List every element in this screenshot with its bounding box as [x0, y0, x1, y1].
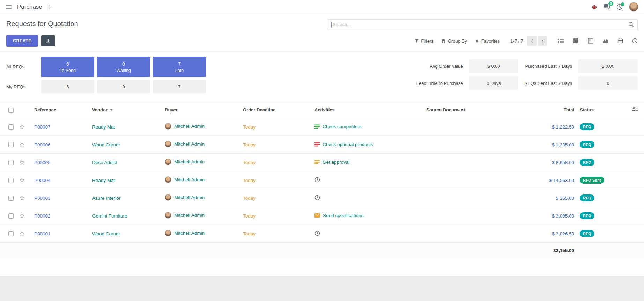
table-row[interactable]: P00006 Wood Corner Mitchell Admin Today … [0, 136, 644, 154]
reference-link[interactable]: P00006 [34, 142, 51, 147]
vendor-link[interactable]: Gemini Furniture [92, 213, 127, 219]
vendor-link[interactable]: Wood Corner [92, 142, 120, 147]
reference-link[interactable]: P00005 [34, 160, 51, 165]
row-checkbox[interactable] [8, 178, 14, 183]
filters-button[interactable]: Filters [415, 38, 433, 44]
search-bar[interactable] [328, 19, 638, 30]
vendor-link[interactable]: Deco Addict [92, 160, 117, 165]
table-row[interactable]: P00004 Ready Mat Mitchell Admin Today $ … [0, 171, 644, 189]
create-button[interactable]: CREATE [6, 35, 38, 47]
header-source-document[interactable]: Source Document [423, 102, 502, 118]
graph-view-icon[interactable] [602, 38, 608, 44]
activity-icon[interactable] [314, 177, 320, 183]
group-by-button[interactable]: Group By [441, 38, 467, 44]
activity-cell[interactable] [314, 230, 323, 236]
activity-cell[interactable]: Get approval [314, 160, 349, 165]
reference-link[interactable]: P00003 [34, 196, 51, 201]
search-input[interactable] [333, 22, 628, 27]
kanban-view-icon[interactable] [573, 38, 579, 44]
table-row[interactable]: P00005 Deco Addict Mitchell Admin Today … [0, 154, 644, 171]
app-name[interactable]: Purchase [17, 3, 42, 10]
header-buyer[interactable]: Buyer [162, 102, 240, 118]
favorite-star-icon[interactable] [19, 230, 25, 237]
activity-icon[interactable] [314, 195, 320, 200]
activity-label[interactable]: Check competitors [323, 124, 362, 129]
activity-cell[interactable] [314, 195, 323, 200]
favorite-star-icon[interactable] [19, 177, 25, 183]
select-all-checkbox[interactable] [8, 108, 14, 113]
buyer-cell[interactable]: Mitchell Admin [165, 176, 205, 183]
activity-view-icon[interactable] [632, 38, 638, 44]
reference-link[interactable]: P00002 [34, 213, 51, 219]
row-checkbox[interactable] [8, 124, 14, 130]
pager-next-button[interactable] [538, 36, 547, 46]
favorite-star-icon[interactable] [19, 195, 25, 201]
favorite-star-icon[interactable] [19, 141, 25, 148]
pager-previous-button[interactable] [527, 36, 537, 46]
buyer-cell[interactable]: Mitchell Admin [165, 194, 205, 201]
activity-label[interactable]: Get approval [323, 160, 349, 165]
activity-cell[interactable] [314, 177, 323, 183]
pivot-view-icon[interactable] [588, 38, 593, 44]
export-download-button[interactable] [41, 35, 55, 46]
reference-link[interactable]: P00001 [34, 231, 51, 236]
favorite-star-icon[interactable] [19, 159, 25, 166]
my-late-value[interactable]: 7 [153, 80, 206, 93]
late-card[interactable]: 7 Late [153, 57, 206, 77]
user-avatar[interactable] [629, 2, 638, 12]
row-checkbox[interactable] [8, 160, 14, 165]
apps-menu-icon[interactable] [6, 5, 12, 9]
vendor-link[interactable]: Ready Mat [92, 178, 115, 183]
navbar-plus-icon[interactable]: + [48, 3, 52, 10]
activity-icon[interactable] [314, 142, 320, 147]
activity-icon[interactable] [314, 160, 320, 164]
row-checkbox[interactable] [8, 142, 14, 147]
calendar-view-icon[interactable] [617, 38, 623, 44]
table-row[interactable]: P00002 Gemini Furniture Mitchell Admin T… [0, 207, 644, 225]
my-to-send-value[interactable]: 6 [41, 80, 94, 93]
table-row[interactable]: P00003 Azure Interior Mitchell Admin Tod… [0, 189, 644, 207]
favorite-star-icon[interactable] [19, 213, 25, 219]
buyer-cell[interactable]: Mitchell Admin [165, 212, 205, 219]
activity-label[interactable]: Check optional products [323, 142, 373, 147]
activity-icon[interactable] [314, 124, 320, 129]
messages-icon[interactable]: 5 [604, 4, 610, 10]
row-checkbox[interactable] [8, 213, 14, 219]
activity-cell[interactable]: Send specifications [314, 213, 363, 218]
activities-icon[interactable] [616, 4, 623, 10]
row-checkbox[interactable] [8, 196, 14, 201]
vendor-link[interactable]: Wood Corner [92, 231, 120, 236]
vendor-link[interactable]: Ready Mat [92, 124, 115, 130]
buyer-cell[interactable]: Mitchell Admin [165, 159, 205, 165]
reference-link[interactable]: P00004 [34, 178, 51, 183]
header-total[interactable]: Total [502, 102, 577, 118]
activity-icon[interactable] [314, 213, 320, 218]
header-reference[interactable]: Reference [31, 102, 89, 118]
header-vendor[interactable]: Vendor [89, 102, 162, 118]
favorites-button[interactable]: Favorites [475, 38, 500, 44]
buyer-cell[interactable]: Mitchell Admin [165, 230, 205, 236]
favorite-star-icon[interactable] [19, 124, 25, 130]
header-status[interactable]: Status [577, 102, 622, 118]
table-row[interactable]: P00001 Wood Corner Mitchell Admin Today … [0, 225, 644, 243]
waiting-card[interactable]: 0 Waiting [97, 57, 150, 77]
activity-label[interactable]: Send specifications [323, 213, 363, 218]
vendor-link[interactable]: Azure Interior [92, 196, 120, 201]
table-row[interactable]: P00007 Ready Mat Mitchell Admin Today Ch… [0, 118, 644, 136]
total-amount: $ 255.00 [556, 196, 574, 201]
optional-columns-icon[interactable] [632, 107, 638, 112]
reference-link[interactable]: P00007 [34, 124, 51, 130]
search-icon[interactable] [628, 22, 634, 28]
header-order-deadline[interactable]: Order Deadline [240, 102, 312, 118]
buyer-cell[interactable]: Mitchell Admin [165, 123, 205, 130]
my-waiting-value[interactable]: 0 [97, 80, 150, 93]
activity-cell[interactable]: Check optional products [314, 142, 373, 147]
list-view-icon[interactable] [558, 38, 564, 44]
header-activities[interactable]: Activities [312, 102, 423, 118]
row-checkbox[interactable] [8, 231, 14, 236]
buyer-cell[interactable]: Mitchell Admin [165, 141, 205, 147]
debug-bug-icon[interactable] [591, 4, 597, 10]
activity-icon[interactable] [314, 230, 320, 236]
to-send-card[interactable]: 6 To Send [41, 57, 94, 77]
activity-cell[interactable]: Check competitors [314, 124, 362, 129]
